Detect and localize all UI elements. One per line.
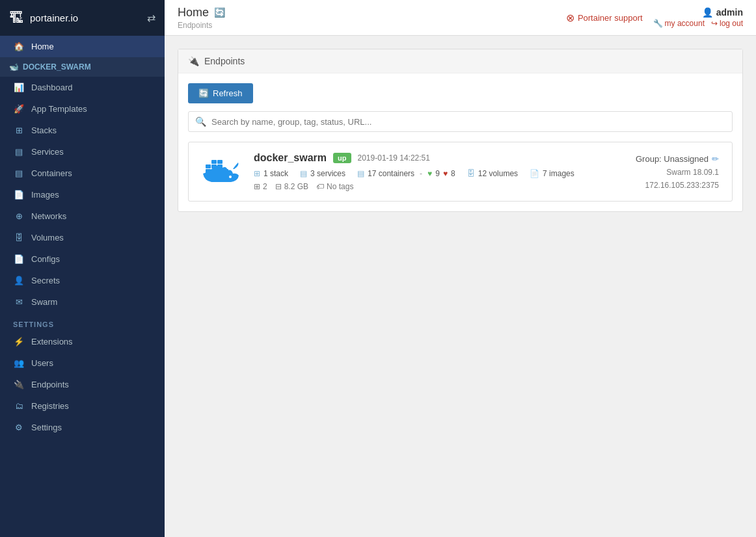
sidebar-toggle-icon[interactable]: ⇄ [147,12,155,24]
healthy-count: 9 [435,169,440,178]
volumes-icon: 🗄 [13,233,25,242]
sidebar-item-swarm[interactable]: ✉ Swarm [0,291,165,313]
containers-stat-icon: ▤ [357,169,364,178]
stacks-icon: ⊞ [13,125,25,135]
my-account-link[interactable]: 🔧 my account [653,19,705,28]
sidebar-item-users[interactable]: 👥 Users [0,352,165,374]
healthy-icon: ♥ [427,169,432,178]
stat-images: 📄 7 images [530,169,574,178]
page-content: 🔌 Endpoints 🔄 Refresh 🔍 [165,36,756,537]
configs-icon: 📄 [13,254,25,264]
settings-section-label: SETTINGS [0,313,165,331]
refresh-btn-label: Refresh [213,88,243,98]
sidebar-item-volumes[interactable]: 🗄 Volumes [0,227,165,248]
admin-name: 👤 admin [702,7,743,18]
env-name: DOCKER_SWARM [23,62,91,72]
search-icon: 🔍 [195,116,206,127]
admin-avatar-icon: 👤 [702,7,713,18]
dashboard-icon: 📊 [13,83,25,92]
svg-rect-7 [211,160,217,164]
sidebar-item-containers[interactable]: ▤ Containers [0,163,165,184]
logo-icon: 🏗 [9,10,23,27]
sidebar-item-label: Registries [31,401,155,411]
support-link[interactable]: ⊗ Portainer support [566,12,643,24]
sidebar-item-label: Configs [31,254,155,264]
env-icon: 🐋 [9,62,19,72]
endpoints-panel: 🔌 Endpoints 🔄 Refresh 🔍 [178,49,743,212]
support-icon: ⊗ [566,12,574,24]
sidebar-item-services[interactable]: ▤ Services [0,141,165,163]
stacks-stat-icon: ⊞ [254,169,260,178]
log-out-link[interactable]: ↪ log out [711,19,743,28]
swarm-ip: 172.16.105.233:2375 [645,181,719,190]
wrench-icon: 🔧 [653,19,663,28]
unhealthy-count: 8 [451,169,455,178]
containers-icon: ▤ [13,168,25,178]
panel-body: 🔄 Refresh 🔍 [178,73,742,211]
secrets-icon: 👤 [13,276,25,285]
networks-icon: ⊕ [13,211,25,221]
sidebar-item-label: Services [31,147,155,157]
sidebar-item-registries[interactable]: 🗂 Registries [0,395,165,417]
images-stat-icon: 📄 [530,169,539,178]
sidebar-item-networks[interactable]: ⊕ Networks [0,205,165,227]
sidebar-item-label: Users [31,358,155,368]
docker-whale-icon [202,156,241,187]
svg-point-9 [229,176,232,178]
logo-area: 🏗 portainer.io ⇄ [0,0,165,36]
home-icon: 🏠 [13,42,25,51]
sidebar-item-endpoints[interactable]: 🔌 Endpoints [0,374,165,395]
main-content: Home 🔄 Endpoints ⊗ Portainer support 👤 a… [165,0,756,537]
sidebar-item-dashboard[interactable]: 📊 Dashboard [0,77,165,98]
sidebar-item-home[interactable]: 🏠 Home [0,36,165,57]
edit-group-icon[interactable]: ✏ [712,154,719,164]
images-icon: 📄 [13,190,25,200]
services-stat-icon: ▤ [300,169,307,178]
refresh-button[interactable]: 🔄 Refresh [188,83,253,103]
search-input[interactable] [211,117,725,127]
logout-icon: ↪ [711,19,718,28]
endpoint-info: docker_swarm up 2019-01-19 14:22:51 ⊞ 1 … [254,152,623,191]
settings-icon: ⚙ [13,423,25,432]
topbar: Home 🔄 Endpoints ⊗ Portainer support 👤 a… [165,0,756,36]
endpoint-logo [202,152,241,191]
page-title-text: Home [178,6,209,20]
services-count: 3 services [310,169,345,178]
endpoint-right: Group: Unassigned ✏ Swarm 18.09.1 172.16… [636,154,719,190]
sidebar-item-settings[interactable]: ⚙ Settings [0,417,165,438]
panel-header: 🔌 Endpoints [178,49,742,73]
images-count: 7 images [543,169,574,178]
tags-value: No tags [327,182,353,191]
volumes-count: 12 volumes [478,169,518,178]
sidebar-item-secrets[interactable]: 👤 Secrets [0,270,165,291]
svg-rect-4 [206,164,211,168]
sidebar-item-label: Settings [31,423,155,432]
sidebar-env-header: 🐋 DOCKER_SWARM [0,57,165,77]
memory-icon: ⊟ [275,182,282,191]
sidebar-item-label: Images [31,190,155,200]
title-refresh-icon[interactable]: 🔄 [214,7,225,18]
log-out-label: log out [720,19,743,28]
sidebar-item-app-templates[interactable]: 🚀 App Templates [0,98,165,120]
sidebar-item-configs[interactable]: 📄 Configs [0,248,165,270]
endpoint-card[interactable]: docker_swarm up 2019-01-19 14:22:51 ⊞ 1 … [188,142,733,202]
sidebar-item-label: Endpoints [31,380,155,389]
registries-icon: 🗂 [13,401,25,411]
stacks-count: 1 stack [263,169,288,178]
sidebar-item-images[interactable]: 📄 Images [0,184,165,205]
topbar-right: ⊗ Portainer support 👤 admin 🔧 my account… [566,7,743,28]
sidebar-item-label: Extensions [31,337,155,347]
memory-size: 8.2 GB [284,182,308,191]
stat-containers: ▤ 17 containers - ♥ 9 ♥ 8 [357,169,455,178]
group-label: Group: Unassigned ✏ [636,154,719,164]
cpu-icon: ⊞ [254,182,260,191]
sidebar-item-extensions[interactable]: ⚡ Extensions [0,331,165,352]
tags-icon: 🏷 [316,182,324,191]
sidebar-item-label: Volumes [31,233,155,242]
endpoint-name-row: docker_swarm up 2019-01-19 14:22:51 [254,152,623,164]
breadcrumb: Endpoints [178,21,225,30]
users-icon: 👥 [13,358,25,368]
endpoints-icon: 🔌 [13,380,25,389]
admin-name-text: admin [716,7,743,18]
sidebar-item-stacks[interactable]: ⊞ Stacks [0,120,165,141]
